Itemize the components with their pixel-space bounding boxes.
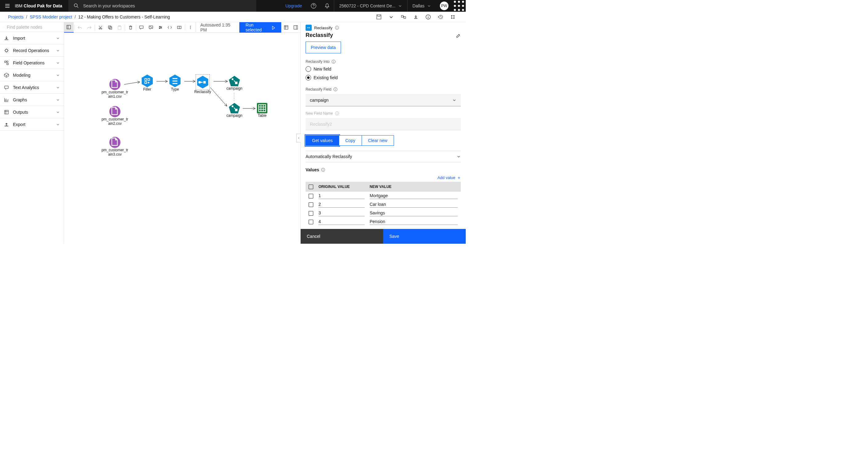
node-reclassify[interactable]: Reclassify (189, 74, 217, 94)
node-campaign-nugget-2[interactable]: campaign (221, 103, 248, 118)
disconnect-button[interactable] (146, 22, 156, 33)
original-value-cell[interactable]: 3 (318, 210, 365, 216)
get-values-button[interactable]: Get values (306, 135, 339, 146)
breadcrumb-projects[interactable]: Projects (8, 14, 24, 20)
original-value-cell[interactable]: 2 (318, 202, 365, 208)
paste-button[interactable] (115, 22, 124, 33)
node-source-2[interactable]: pm_customer_train2.csv (101, 106, 129, 126)
info-icon[interactable] (335, 26, 339, 30)
breadcrumb-project[interactable]: SPSS Modeler project (30, 14, 72, 20)
overflow-button[interactable] (186, 22, 195, 33)
copy-button[interactable] (105, 22, 115, 33)
reclassify-node-icon (197, 76, 208, 88)
palette-category-record-ops[interactable]: Record Operations (0, 44, 64, 57)
node-campaign-nugget-1[interactable]: campaign (221, 76, 248, 91)
new-value-cell[interactable]: Pension (370, 219, 458, 225)
preview-data-button[interactable]: Preview data (306, 41, 341, 53)
panel-collapse-button[interactable] (296, 134, 301, 142)
save-chevron-icon[interactable] (386, 12, 396, 22)
new-value-cell[interactable]: Mortgage (370, 193, 458, 199)
select-all-checkbox[interactable] (309, 185, 313, 189)
palette-category-field-ops[interactable]: Field Operations (0, 57, 64, 69)
palette-category-modeling[interactable]: Modeling (0, 69, 64, 81)
adjust-button[interactable] (156, 22, 165, 33)
supernode-button[interactable] (175, 22, 184, 33)
radio-new-field[interactable]: New field (306, 66, 461, 72)
info-icon[interactable] (333, 87, 338, 92)
region-selector[interactable]: Dallas (407, 0, 436, 12)
download-icon[interactable] (411, 12, 421, 22)
palette-category-import[interactable]: Import (0, 32, 64, 44)
node-table[interactable]: Table (248, 103, 276, 118)
app-switcher-icon[interactable] (452, 0, 466, 12)
add-value-button[interactable]: Add value (306, 175, 461, 180)
table-node-icon (257, 103, 267, 113)
view-output-button[interactable] (291, 22, 300, 33)
clear-new-button[interactable]: Clear new (362, 135, 394, 146)
svg-point-37 (159, 26, 160, 27)
palette-category-text-analytics[interactable]: Text Analytics (0, 81, 64, 94)
hamburger-menu[interactable] (0, 0, 15, 12)
auto-reclassify-accordion[interactable]: Automatically Reclassify (306, 151, 461, 162)
palette-category-export[interactable]: Export (0, 118, 64, 131)
palette-toggle-button[interactable] (64, 22, 73, 33)
settings-icon[interactable] (448, 12, 458, 22)
palette-search[interactable] (0, 22, 64, 32)
view-data-button[interactable] (281, 22, 291, 33)
chevron-down-icon (56, 85, 60, 90)
avatar[interactable]: PW (440, 2, 448, 10)
palette-category-graphs[interactable]: Graphs (0, 94, 64, 106)
chevron-down-icon (427, 4, 431, 8)
upgrade-link[interactable]: Upgrade (281, 3, 307, 8)
redo-button[interactable] (85, 22, 94, 33)
delete-button[interactable] (126, 22, 135, 33)
info-icon[interactable] (332, 59, 336, 64)
row-checkbox[interactable] (309, 211, 313, 216)
undo-button[interactable] (75, 22, 85, 33)
text-analytics-icon (4, 85, 9, 90)
new-value-cell[interactable]: Car loan (370, 202, 458, 208)
svg-point-34 (7, 61, 8, 62)
run-selected-button[interactable]: Run selected (239, 22, 281, 33)
table-row[interactable]: 1 Mortgage (306, 192, 461, 200)
node-source-1[interactable]: pm_customer_train1.csv (101, 79, 129, 99)
cancel-button[interactable]: Cancel (301, 229, 383, 244)
table-row[interactable]: 2 Car loan (306, 200, 461, 209)
row-checkbox[interactable] (309, 220, 313, 224)
save-button[interactable]: Save (383, 229, 466, 244)
palette-search-input[interactable] (7, 25, 61, 30)
svg-point-39 (159, 28, 160, 29)
svg-point-55 (231, 105, 234, 107)
table-row[interactable]: 3 Savings (306, 209, 461, 217)
radio-existing-field[interactable]: Existing field (306, 75, 461, 81)
palette-category-outputs[interactable]: Outputs (0, 106, 64, 118)
code-button[interactable] (165, 22, 175, 33)
history-icon[interactable] (436, 12, 445, 22)
original-value-cell[interactable]: 4 (318, 219, 365, 225)
cut-button[interactable] (95, 22, 105, 33)
table-row[interactable]: 4 Pension (306, 217, 461, 226)
row-checkbox[interactable] (309, 194, 313, 199)
row-checkbox[interactable] (309, 203, 313, 207)
flow-canvas[interactable]: pm_customer_train1.csv pm_customer_train… (64, 33, 300, 244)
notifications-icon[interactable] (320, 0, 334, 12)
node-type[interactable]: Type (161, 74, 189, 92)
help-icon[interactable] (307, 0, 320, 12)
account-selector[interactable]: 2560722 - CPD Content De... (334, 0, 407, 12)
info-icon[interactable] (321, 168, 325, 172)
original-value-cell[interactable]: 1 (318, 193, 365, 199)
node-source-3[interactable]: pm_customer_train3.csv (101, 137, 129, 157)
asset-icon[interactable] (399, 12, 408, 22)
copy-button[interactable]: Copy (339, 135, 362, 146)
node-filler[interactable]: Filler (133, 74, 161, 92)
comment-button[interactable] (137, 22, 146, 33)
global-search-input[interactable] (83, 3, 251, 8)
reclassify-field-select[interactable]: campaign (306, 94, 461, 106)
new-value-cell[interactable]: Savings (370, 210, 458, 216)
save-icon[interactable] (374, 12, 384, 22)
info-icon[interactable] (423, 12, 433, 22)
field-ops-icon (4, 60, 9, 66)
global-search[interactable] (68, 0, 256, 12)
edit-title-icon[interactable] (456, 33, 461, 38)
panel-type-label: Reclassify (314, 26, 332, 30)
